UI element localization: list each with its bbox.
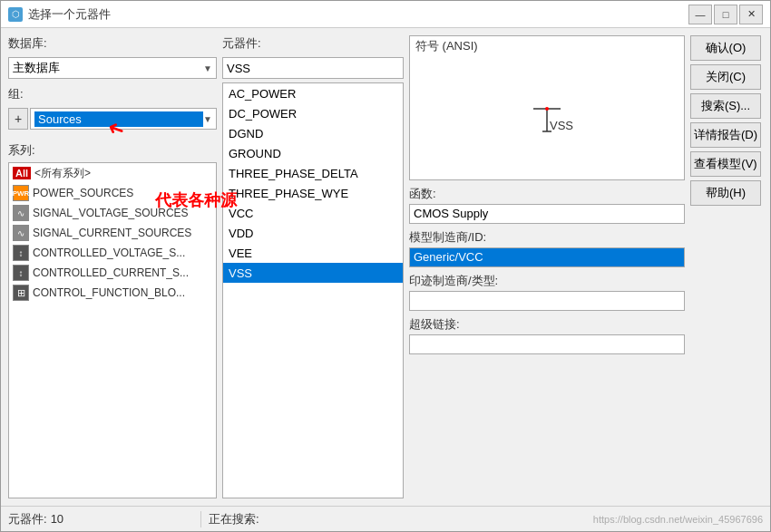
bottom-comp-section: 元器件: 10 xyxy=(8,511,200,527)
series-item-ctrl-func[interactable]: ⊞ CONTROL_FUNCTION_BLO... xyxy=(9,283,216,303)
maximize-button[interactable]: □ xyxy=(714,5,737,24)
ctrl-c-icon: ↕ xyxy=(13,265,29,281)
series-item-ctrl-v[interactable]: ↕ CONTROLLED_VOLTAGE_S... xyxy=(9,243,216,263)
group-plus-button[interactable]: + xyxy=(8,108,28,130)
title-bar-left: ⬡ 选择一个元器件 xyxy=(8,6,111,23)
footprint-value xyxy=(409,291,685,311)
title-controls: — □ ✕ xyxy=(688,5,763,24)
comp-item-three-delta[interactable]: THREE_PHASE_DELTA xyxy=(223,163,403,183)
comp-item-vee[interactable]: VEE xyxy=(223,243,403,263)
help-button[interactable]: 帮助(H) xyxy=(690,180,761,206)
comp-search-input[interactable] xyxy=(222,57,404,79)
comp-label: 元器件: xyxy=(222,35,404,52)
db-value: 主数据库 xyxy=(13,60,60,76)
function-label: 函数: xyxy=(409,186,685,202)
group-label: 组: xyxy=(8,86,217,102)
series-list: All <所有系列> PWR POWER_SOURCES ∿ SIGNAL_VO… xyxy=(8,162,217,498)
left-panel: 数据库: 主数据库 ▼ 组: + Sources ▼ ➜ 系列: All xyxy=(8,35,217,498)
db-label: 数据库: xyxy=(8,35,217,52)
button-panel: 确认(O) 关闭(C) 搜索(S)... 详情报告(D) 查看模型(V) 帮助(… xyxy=(690,35,763,498)
comp-item-dc-power[interactable]: DC_POWER xyxy=(223,103,403,123)
group-dropdown[interactable]: Sources ▼ xyxy=(30,108,217,130)
ctrl-func-icon: ⊞ xyxy=(13,285,29,301)
series-text-signal-v: SIGNAL_VOLTAGE_SOURCES xyxy=(33,207,189,219)
ctrl-v-icon: ↕ xyxy=(13,245,29,261)
main-content: 代表各种源 数据库: 主数据库 ▼ 组: + Sources ▼ ➜ 系列: xyxy=(1,28,770,506)
comp-item-three-wye[interactable]: THREE_PHASE_WYE xyxy=(223,183,403,203)
function-row: 函数: CMOS Supply xyxy=(409,186,685,224)
series-text-ctrl-v: CONTROLLED_VOLTAGE_S... xyxy=(33,247,185,259)
comp-item-ac-power[interactable]: AC_POWER xyxy=(223,83,403,103)
footprint-label: 印迹制造商/类型: xyxy=(409,273,685,289)
signal-c-icon: ∿ xyxy=(13,225,29,241)
symbol-area: 符号 (ANSI) VSS xyxy=(409,35,685,180)
vss-symbol-svg: VSS xyxy=(515,86,579,150)
hyperlink-row: 超级链接: xyxy=(409,316,685,354)
comp-list: AC_POWER DC_POWER DGND GROUND THREE_PHAS… xyxy=(222,82,404,498)
series-text-ctrl-func: CONTROL_FUNCTION_BLO... xyxy=(33,286,185,299)
comp-item-vdd[interactable]: VDD xyxy=(223,223,403,243)
model-row: 模型制造商/ID: Generic/VCC xyxy=(409,229,685,267)
series-item-power[interactable]: PWR POWER_SOURCES xyxy=(9,183,216,203)
hyperlink-label: 超级链接: xyxy=(409,316,685,333)
series-item-ctrl-c[interactable]: ↕ CONTROLLED_CURRENT_S... xyxy=(9,263,216,283)
db-dropdown[interactable]: 主数据库 ▼ xyxy=(8,57,217,79)
series-item-signal-v[interactable]: ∿ SIGNAL_VOLTAGE_SOURCES xyxy=(9,203,216,223)
svg-point-3 xyxy=(545,107,549,111)
bottom-comp-value: 10 xyxy=(51,512,63,526)
app-icon: ⬡ xyxy=(8,7,23,22)
bottom-comp-label: 元器件: xyxy=(8,511,47,527)
series-text-signal-c: SIGNAL_CURRENT_SOURCES xyxy=(33,227,191,239)
model-value[interactable]: Generic/VCC xyxy=(409,247,685,267)
group-dropdown-arrow: ▼ xyxy=(203,114,212,124)
db-dropdown-arrow: ▼ xyxy=(203,63,212,73)
svg-text:VSS: VSS xyxy=(550,119,573,132)
comp-item-dgnd[interactable]: DGND xyxy=(223,123,403,143)
detail-button[interactable]: 详情报告(D) xyxy=(690,122,761,148)
series-text-power: POWER_SOURCES xyxy=(33,187,133,199)
bottom-search-section: 正在搜索: xyxy=(200,511,593,527)
comp-item-vss[interactable]: VSS xyxy=(223,263,403,283)
minimize-button[interactable]: — xyxy=(688,5,712,24)
function-value: CMOS Supply xyxy=(409,204,685,224)
main-window: ⬡ 选择一个元器件 — □ ✕ 代表各种源 数据库: 主数据库 ▼ 组: + S… xyxy=(0,0,771,532)
window-title: 选择一个元器件 xyxy=(28,6,111,23)
series-text-ctrl-c: CONTROLLED_CURRENT_S... xyxy=(33,266,189,279)
comp-item-vcc[interactable]: VCC xyxy=(223,203,403,223)
symbol-canvas: VSS xyxy=(410,56,684,179)
right-panel: 符号 (ANSI) VSS xyxy=(409,35,685,498)
bottom-search-label: 正在搜索: xyxy=(209,511,259,527)
close-button[interactable]: ✕ xyxy=(739,5,763,24)
series-item-all[interactable]: All <所有系列> xyxy=(9,163,216,183)
close-button-main[interactable]: 关闭(C) xyxy=(690,64,761,90)
view-model-button[interactable]: 查看模型(V) xyxy=(690,151,761,177)
all-badge: All xyxy=(13,167,31,179)
middle-panel: 元器件: AC_POWER DC_POWER DGND GROUND THREE… xyxy=(222,35,404,498)
model-label: 模型制造商/ID: xyxy=(409,229,685,246)
title-bar: ⬡ 选择一个元器件 — □ ✕ xyxy=(1,1,770,28)
confirm-button[interactable]: 确认(O) xyxy=(690,35,761,61)
symbol-header: 符号 (ANSI) xyxy=(410,36,684,56)
power-icon: PWR xyxy=(13,185,29,201)
series-label: 系列: xyxy=(8,142,217,159)
footprint-row: 印迹制造商/类型: xyxy=(409,273,685,311)
signal-v-icon: ∿ xyxy=(13,205,29,221)
hyperlink-value[interactable] xyxy=(409,334,685,354)
comp-item-ground[interactable]: GROUND xyxy=(223,143,403,163)
watermark: https://blog.csdn.net/weixin_45967696 xyxy=(593,514,763,525)
bottom-bar: 元器件: 10 正在搜索: https://blog.csdn.net/weix… xyxy=(1,506,770,531)
search-button[interactable]: 搜索(S)... xyxy=(690,93,761,119)
series-text-all: <所有系列> xyxy=(34,166,91,181)
series-item-signal-c[interactable]: ∿ SIGNAL_CURRENT_SOURCES xyxy=(9,223,216,243)
group-selected-value: Sources xyxy=(34,111,203,127)
group-row: + Sources ▼ xyxy=(8,108,217,130)
